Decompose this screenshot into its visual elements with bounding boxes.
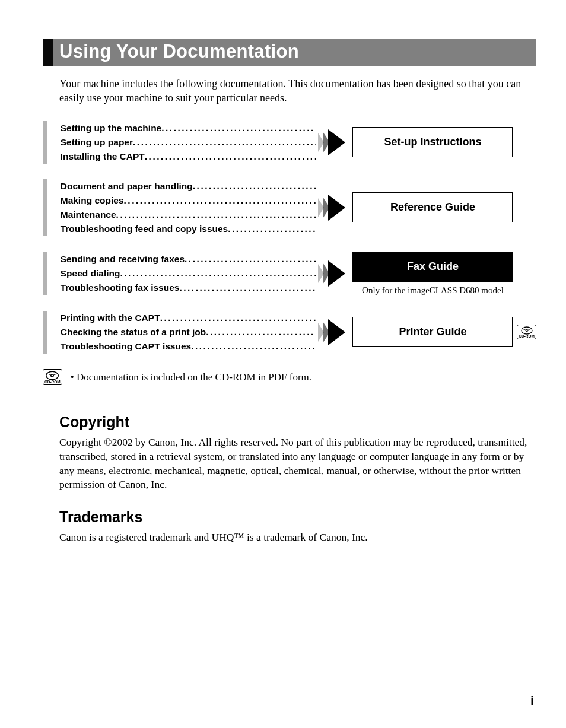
- guide-box-column: Fax Guide Only for the imageCLASS D680 m…: [350, 252, 516, 295]
- leader-dots: ........................................…: [145, 150, 316, 164]
- svg-line-18: [47, 373, 52, 375]
- topic-row: Troubleshooting fax issues..............…: [61, 281, 316, 295]
- guide-block-printer: Printing with the CAPT..................…: [43, 311, 536, 354]
- topic-label: Setting up the machine: [61, 121, 162, 135]
- leader-dots: ........................................…: [161, 121, 315, 135]
- guide-accent: [43, 121, 47, 164]
- topic-label: Printing with the CAPT: [61, 311, 160, 325]
- topic-row: Printing with the CAPT..................…: [61, 311, 316, 325]
- leader-dots: ........................................…: [120, 266, 315, 281]
- guide-box-fax-guide: Fax Guide: [352, 252, 513, 282]
- page-title: Using Your Documentation: [53, 39, 536, 66]
- trademarks-body: Canon is a registered trademark and UHQ™…: [59, 530, 536, 545]
- leader-dots: ........................................…: [124, 193, 316, 208]
- guide-box-printer-guide: Printer Guide: [352, 317, 513, 347]
- topic-label: Checking the status of a print job: [61, 325, 206, 339]
- svg-point-12: [522, 327, 532, 334]
- page-number: i: [530, 694, 534, 709]
- cdrom-label: CD-ROM: [519, 335, 535, 339]
- guide-box-setup-instructions: Set-up Instructions: [352, 127, 513, 157]
- copyright-body: Copyright ©2002 by Canon, Inc. All right…: [59, 435, 536, 492]
- topic-label: Document and paper handling: [61, 179, 193, 193]
- svg-marker-5: [328, 195, 345, 221]
- guide-block-reference: Document and paper handling.............…: [43, 179, 536, 236]
- svg-line-14: [522, 329, 526, 330]
- svg-marker-2: [328, 129, 345, 155]
- guide-block-fax: Sending and receiving faxes.............…: [43, 252, 536, 295]
- leader-dots: ........................................…: [179, 281, 315, 295]
- topic-row: Making copies...........................…: [61, 193, 316, 208]
- topic-row: Checking the status of a print job......…: [61, 325, 316, 339]
- guide-accent: [43, 179, 47, 236]
- topic-row: Troubleshooting CAPT issues.............…: [61, 339, 316, 354]
- copyright-heading: Copyright: [59, 414, 536, 431]
- footnote-text: • Documentation is included on the CD-RO…: [71, 371, 311, 383]
- intro-paragraph: Your machine includes the following docu…: [59, 77, 536, 106]
- svg-line-19: [53, 373, 58, 375]
- guide-block-setup: Setting up the machine..................…: [43, 121, 536, 164]
- topic-row: Troubleshooting feed and copy issues....…: [61, 222, 316, 236]
- cdrom-label: CD-ROM: [44, 380, 61, 384]
- topic-row: Document and paper handling.............…: [61, 179, 316, 193]
- guide-topics: Sending and receiving faxes.............…: [61, 252, 316, 295]
- topic-row: Sending and receiving faxes.............…: [61, 252, 316, 266]
- topic-label: Maintenance: [61, 208, 116, 222]
- leader-dots: ........................................…: [228, 222, 316, 236]
- leader-dots: ........................................…: [185, 252, 316, 266]
- leader-dots: ........................................…: [116, 208, 316, 222]
- topic-label: Making copies: [61, 193, 124, 208]
- leader-dots: ........................................…: [191, 339, 316, 354]
- cdrom-slot: CD-ROM: [516, 325, 536, 340]
- cdrom-icon: CD-ROM: [517, 325, 536, 340]
- guide-accent: [43, 311, 47, 354]
- topic-label: Sending and receiving faxes: [61, 252, 185, 266]
- topic-label: Setting up paper: [61, 135, 133, 150]
- guide-box-column: Reference Guide: [350, 192, 516, 222]
- svg-marker-8: [328, 260, 345, 287]
- topic-row: Speed dialing...........................…: [61, 266, 316, 281]
- topic-label: Installing the CAPT: [61, 150, 145, 164]
- arrow-icon: [316, 319, 350, 345]
- topic-label: Troubleshooting feed and copy issues: [61, 222, 228, 236]
- svg-marker-11: [328, 319, 345, 345]
- leader-dots: ........................................…: [133, 135, 316, 150]
- arrow-icon: [316, 260, 350, 287]
- topic-row: Installing the CAPT.....................…: [61, 150, 316, 164]
- guide-topics: Setting up the machine..................…: [61, 121, 316, 164]
- cdrom-icon: CD-ROM: [43, 369, 62, 386]
- topic-row: Setting up the machine..................…: [61, 121, 316, 135]
- guide-box-column: Set-up Instructions: [350, 127, 516, 157]
- guide-note: Only for the imageCLASS D680 model: [362, 285, 504, 295]
- trademarks-heading: Trademarks: [59, 508, 536, 526]
- leader-dots: ........................................…: [193, 179, 316, 193]
- guide-topics: Document and paper handling.............…: [61, 179, 316, 236]
- svg-line-15: [527, 329, 532, 330]
- page-title-bar: Using Your Documentation: [43, 39, 536, 66]
- arrow-icon: [316, 129, 350, 155]
- title-accent: [43, 39, 53, 66]
- topic-row: Setting up paper........................…: [61, 135, 316, 150]
- guide-accent: [43, 252, 47, 295]
- topic-label: Troubleshooting fax issues: [61, 281, 180, 295]
- guide-box-reference-guide: Reference Guide: [352, 192, 513, 222]
- leader-dots: ........................................…: [160, 311, 316, 325]
- topic-label: Speed dialing: [61, 266, 120, 281]
- topic-label: Troubleshooting CAPT issues: [61, 339, 191, 354]
- svg-point-16: [46, 371, 59, 380]
- guide-topics: Printing with the CAPT..................…: [61, 311, 316, 354]
- arrow-icon: [316, 195, 350, 221]
- guide-box-column: Printer Guide: [350, 317, 516, 347]
- topic-row: Maintenance.............................…: [61, 208, 316, 222]
- cdrom-footnote: CD-ROM • Documentation is included on th…: [43, 369, 536, 386]
- leader-dots: ........................................…: [206, 325, 316, 339]
